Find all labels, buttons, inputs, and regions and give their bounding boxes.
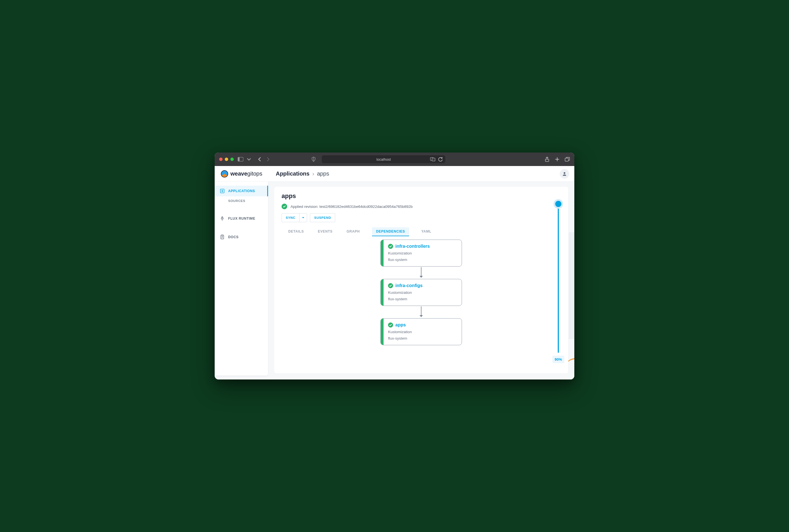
tab-details[interactable]: DETAILS (287, 227, 305, 236)
applications-icon (220, 189, 225, 193)
node-name: infra-configs (395, 283, 422, 288)
minimize-window-icon[interactable] (225, 157, 228, 161)
node-kind: Kustomization (388, 330, 412, 334)
close-window-icon[interactable] (219, 157, 223, 161)
chevron-down-icon (246, 157, 252, 162)
page-title: apps (282, 192, 561, 200)
reload-icon[interactable] (438, 157, 443, 162)
node-status-bar (381, 240, 383, 266)
arrow-down-icon (419, 267, 423, 279)
node-namespace: flux-system (388, 336, 412, 340)
sidebar-item-label: FLUX RUNTIME (228, 216, 256, 221)
check-circle-icon (388, 244, 393, 249)
address-bar[interactable]: localhost (322, 155, 445, 163)
sidebar: APPLICATIONS SOURCES FLUX RUNTIME DOCS (215, 166, 268, 376)
user-icon (562, 171, 567, 176)
logo-mark-icon (221, 170, 228, 177)
zoom-slider[interactable]: 90% (552, 202, 564, 363)
sidebar-item-label: DOCS (228, 235, 239, 239)
tab-bar: DETAILS EVENTS GRAPH DEPENDENCIES YAML (282, 227, 561, 236)
brand-logo[interactable]: weavegitops (221, 170, 262, 177)
suspend-button[interactable]: SUSPEND (310, 213, 335, 222)
docs-icon (220, 234, 225, 240)
browser-titlebar: localhost (215, 153, 574, 166)
node-status-bar (381, 279, 383, 306)
svg-point-8 (222, 190, 223, 192)
applied-revision-row: Applied revision: test2/696182ed4631be64… (282, 204, 561, 209)
check-circle-icon (282, 204, 287, 209)
dependency-node[interactable]: apps Kustomization flux-system (380, 318, 462, 345)
sync-button[interactable]: SYNC (282, 213, 307, 222)
arrow-down-icon (419, 306, 423, 318)
sidebar-item-label: APPLICATIONS (228, 189, 255, 193)
tab-events[interactable]: EVENTS (316, 227, 334, 236)
node-name: apps (395, 322, 406, 327)
zoom-track[interactable] (558, 202, 559, 353)
zoom-thumb[interactable] (555, 201, 561, 207)
translation-icon[interactable] (430, 157, 435, 162)
svg-rect-3 (432, 158, 435, 161)
app-header: weavegitops Applications › apps (215, 166, 574, 182)
node-status-bar (381, 319, 383, 345)
zoom-value: 90% (552, 356, 564, 363)
back-button[interactable] (257, 157, 262, 162)
node-kind: Kustomization (388, 290, 422, 294)
shield-icon (311, 157, 316, 162)
dependency-diagram[interactable]: infra-controllers Kustomization flux-sys… (282, 240, 561, 345)
address-text: localhost (377, 157, 391, 162)
content-card: apps Applied revision: test2/696182ed463… (274, 187, 568, 373)
caret-down-icon (302, 216, 305, 219)
svg-rect-5 (565, 158, 568, 161)
breadcrumb-root[interactable]: Applications (276, 171, 309, 177)
sidebar-item-docs[interactable]: DOCS (215, 232, 268, 242)
tabs-icon[interactable] (565, 157, 570, 162)
tab-dependencies[interactable]: DEPENDENCIES (372, 227, 409, 236)
tab-yaml[interactable]: YAML (420, 227, 433, 236)
status-text: Applied revision: test2/696182ed4631be64… (290, 205, 413, 209)
dependency-node[interactable]: infra-configs Kustomization flux-system (380, 279, 462, 306)
svg-rect-1 (238, 157, 240, 161)
forward-button[interactable] (265, 157, 270, 162)
node-name: infra-controllers (395, 244, 430, 249)
sidebar-item-sources[interactable]: SOURCES (215, 196, 268, 205)
breadcrumb: Applications › apps (276, 171, 329, 177)
node-namespace: flux-system (388, 258, 430, 262)
svg-point-6 (564, 172, 565, 174)
dependency-node[interactable]: infra-controllers Kustomization flux-sys… (380, 240, 462, 267)
sidebar-item-flux-runtime[interactable]: FLUX RUNTIME (215, 213, 268, 224)
action-button-row: SYNC SUSPEND (282, 213, 561, 222)
check-circle-icon (388, 322, 393, 327)
tab-graph[interactable]: GRAPH (345, 227, 362, 236)
main-content: apps Applied revision: test2/696182ed463… (268, 166, 574, 379)
new-tab-icon[interactable] (555, 157, 560, 162)
avatar[interactable] (560, 169, 569, 179)
browser-window: localhost weavegitops Applications › app… (215, 153, 574, 379)
node-kind: Kustomization (388, 251, 430, 255)
breadcrumb-leaf: apps (317, 171, 329, 177)
share-icon[interactable] (545, 157, 550, 162)
sidebar-item-applications[interactable]: APPLICATIONS (215, 186, 268, 196)
maximize-window-icon[interactable] (230, 157, 234, 161)
sidebar-item-label: SOURCES (228, 199, 245, 203)
chevron-right-icon: › (312, 171, 314, 177)
window-controls (219, 157, 234, 161)
check-circle-icon (388, 283, 393, 288)
sidebar-toggle-button[interactable] (238, 157, 252, 162)
sync-dropdown-caret[interactable] (300, 214, 307, 222)
flux-runtime-icon (220, 216, 225, 221)
node-namespace: flux-system (388, 297, 422, 301)
